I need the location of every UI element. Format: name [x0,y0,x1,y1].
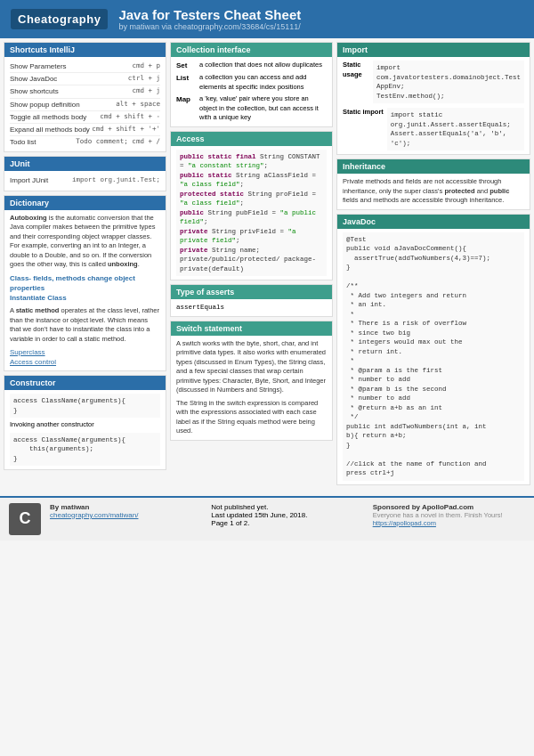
switch-header: Switch statement [171,321,332,336]
right-column: Import Static usage importcom.javatortes… [336,42,530,485]
shortcut-popup-def: Show popup definition alt + space [10,99,160,111]
constructor-section: Constructor access ClassName(arguments){… [4,375,166,470]
sponsor-desc: Everyone has a novel in them. Finish You… [373,511,525,527]
footer-author-link[interactable]: cheatography.com/matiwan/ [50,511,138,519]
shortcut-show-javadoc: Show JavaDoc ctrl + j [10,73,160,85]
shortcuts-header: Shortcuts IntelliJ [4,43,166,57]
shortcut-label: Todo list [10,137,76,147]
import-section: Import Static usage importcom.javatortes… [336,42,530,155]
footer-author: By matiwan cheatography.com/matiwan/ [50,503,202,519]
dictionary-body: Autoboxing is the automatic conversion t… [4,210,166,371]
access-control-link[interactable]: Access control [10,357,160,367]
logo: Cheatography [11,9,108,29]
shortcut-todo: Todo list Todo comment; cmd + / [10,136,160,148]
junit-import-row: Import JUnit import org.junit.Test; [10,175,160,186]
static-method-def: A static method operates at the class le… [10,306,160,344]
shortcut-key: Todo comment; cmd + / [76,137,160,147]
inheritance-content: Private methods and fields are not acces… [343,177,524,206]
inheritance-section: Inheritance Private methods and fields a… [336,159,530,210]
javadoc-body: @Test public void aJavaDocComment(){ ass… [337,229,530,484]
left-column: Shortcuts IntelliJ Show Parameters cmd +… [4,42,166,492]
footer-sponsor: Sponsored by ApolloPad.com Everyone has … [373,503,525,527]
shortcut-show-params: Show Parameters cmd + p [10,61,160,73]
javadoc-header: JavaDoc [337,215,530,229]
shortcut-show-shortcuts: Show shortcuts cmd + j [10,85,160,98]
list-label: List [176,73,196,92]
shortcut-expand-methods: Expand all methods body cmd + shift + '+… [10,124,160,136]
shortcut-key: cmd + shift + - [100,112,160,122]
import-header: Import [337,43,530,57]
shortcut-key: ctrl + j [128,74,160,84]
map-row: Map a 'key, value' pair where you store … [176,94,327,123]
junit-body: Import JUnit import org.junit.Test; [4,171,166,190]
middle-column: Collection interface Set a collection th… [170,42,333,485]
footer-page: Page 1 of 2. [211,519,363,527]
asserts-body: assertEquals [171,299,332,316]
map-label: Map [176,94,196,123]
constructor-code1: access ClassName(arguments){} [10,394,160,418]
shortcut-label: Show popup definition [10,100,116,110]
footer-not-published: Not published yet. [211,503,363,511]
footer-logo: C [9,503,41,535]
superclass-link[interactable]: Superclass [10,347,160,357]
autoboxing-def: Autoboxing is the automatic conversion t… [10,214,160,270]
access-code: public static final String CONSTANT = "a… [176,150,327,277]
shortcuts-section: Shortcuts IntelliJ Show Parameters cmd +… [4,42,166,152]
class-fields-term: Class- fields, methods change object pro… [10,273,160,293]
set-label: Set [176,61,196,70]
static-import-code: import staticorg.junit.Assert.assertEqua… [387,108,524,150]
list-row: List a collection you can access and add… [176,73,327,92]
import-body: Static usage importcom.javatortesters.do… [337,57,530,154]
page-title: Java for Testers Cheat Sheet [118,7,301,22]
constructor-header: Constructor [4,376,166,390]
sponsor-link[interactable]: https://apollopad.com [373,519,436,527]
inheritance-body: Private methods and fields are not acces… [337,174,530,209]
asserts-header: Type of asserts [171,285,332,299]
access-header: Access [171,132,332,146]
switch-content2: The String in the switch expression is c… [176,399,327,436]
collection-section: Collection interface Set a collection th… [170,42,333,127]
assert-equals: assertEquals [176,303,327,313]
sponsor-title: Sponsored by ApolloPad.com [373,503,525,511]
constructor-body: access ClassName(arguments){} Invoking a… [4,390,166,469]
header-text: Java for Testers Cheat Sheet by matiwan … [118,7,301,31]
footer-status: Not published yet. Last updated 15th Jun… [211,503,363,527]
dictionary-section: Dictionary Autoboxing is the automatic c… [4,195,166,372]
junit-key: import org.junit.Test; [72,175,160,185]
access-body: public static final String CONSTANT = "a… [171,146,332,280]
footer-author-title: By matiwan [50,503,202,511]
list-desc: a collection you can access and add elem… [199,73,327,92]
switch-content1: A switch works with the byte, short, cha… [176,339,327,395]
shortcuts-body: Show Parameters cmd + p Show JavaDoc ctr… [4,57,166,151]
static-usage-label: Static usage [343,61,369,103]
set-desc: a collection that does not allow duplica… [199,61,322,70]
invoking-label: Invoking another constructor [10,420,160,430]
shortcut-label: Show shortcuts [10,86,132,96]
shortcut-label: Expand all methods body [10,125,92,134]
map-desc: a 'key, value' pair where you store an o… [199,94,327,123]
byline: by matiwan via cheatography.com/33684/cs… [118,22,301,31]
header: Cheatography Java for Testers Cheat Shee… [0,0,534,38]
constructor-code2: access ClassName(arguments){ this(argume… [10,433,160,467]
static-import-label: Static import [343,108,384,150]
shortcut-label: Toggle all methods body [10,112,100,122]
junit-section: JUnit Import JUnit import org.junit.Test… [4,156,166,191]
shortcut-label: Show JavaDoc [10,74,128,84]
junit-header: JUnit [4,157,166,171]
junit-label: Import JUnit [10,175,72,185]
static-usage-row: Static usage importcom.javatortesters.do… [343,61,524,103]
access-section: Access public static final String CONSTA… [170,131,333,281]
static-import-row: Static import import staticorg.junit.Ass… [343,108,524,150]
switch-section: Switch statement A switch works with the… [170,321,333,441]
shortcut-key: cmd + j [132,86,160,96]
instantiate-term: Instantiate Class [10,293,160,303]
footer-updated: Last updated 15th June, 2018. [211,511,363,519]
shortcut-key: cmd + p [132,61,160,71]
shortcut-key: cmd + shift + '+' [92,125,160,134]
switch-body: A switch works with the byte, short, cha… [171,336,332,440]
footer: C By matiwan cheatography.com/matiwan/ N… [0,496,534,541]
asserts-section: Type of asserts assertEquals [170,284,333,317]
shortcut-toggle-methods: Toggle all methods body cmd + shift + - [10,111,160,124]
dictionary-header: Dictionary [4,196,166,210]
javadoc-code: @Test public void aJavaDocComment(){ ass… [343,232,524,481]
